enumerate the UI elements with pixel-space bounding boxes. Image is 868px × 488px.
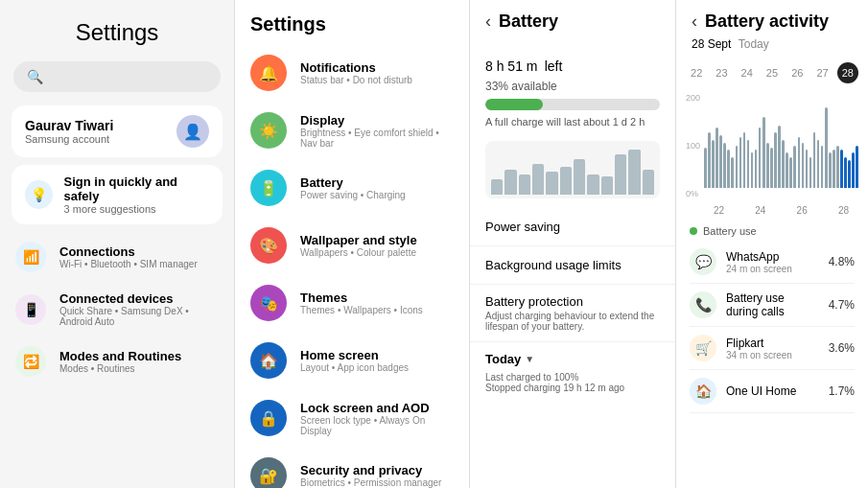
wallpaper-label: Wallpaper and style bbox=[300, 233, 417, 247]
y-label-200: 200 bbox=[686, 93, 700, 103]
search-bar[interactable]: 🔍 bbox=[13, 61, 221, 92]
x-label-22: 22 bbox=[714, 205, 724, 216]
date-27: 27 bbox=[811, 67, 833, 79]
act-bar bbox=[751, 152, 754, 188]
p2-item-themes[interactable]: 🎭 Themes Themes • Wallpapers • Icons bbox=[241, 275, 463, 331]
security-icon: 🔐 bbox=[250, 457, 287, 488]
battery-option-power-saving[interactable]: Power saving bbox=[470, 208, 675, 246]
act-bar bbox=[806, 150, 809, 188]
battery-protection-sub: Adjust charging behaviour to extend the … bbox=[485, 311, 660, 332]
battery-activity-header: ‹ Battery activity bbox=[676, 0, 868, 35]
themes-sub: Themes • Wallpapers • Icons bbox=[300, 305, 423, 315]
act-bar bbox=[770, 148, 773, 188]
act-bar bbox=[778, 126, 781, 188]
lockscreen-sub: Screen lock type • Always On Display bbox=[300, 415, 454, 436]
battery-today[interactable]: Today ▼ bbox=[470, 342, 675, 370]
settings-list: 📶 Connections Wi-Fi • Bluetooth • SIM ma… bbox=[0, 232, 234, 386]
act-bar bbox=[759, 128, 762, 188]
p2-item-homescreen[interactable]: 🏠 Home screen Layout • App icon badges bbox=[241, 333, 463, 388]
modes-icon: 🔁 bbox=[15, 346, 46, 377]
oneui-icon: 🏠 bbox=[690, 378, 716, 405]
connections-label: Connections bbox=[59, 244, 198, 259]
battery-menu-icon: 🔋 bbox=[250, 170, 287, 206]
flipkart-icon: 🛒 bbox=[690, 335, 716, 361]
notifications-sub: Status bar • Do not disturb bbox=[300, 75, 412, 85]
display-sub: Brightness • Eye comfort shield • Nav ba… bbox=[300, 128, 454, 149]
date-sub: Today bbox=[739, 37, 769, 51]
p2-item-battery[interactable]: 🔋 Battery Power saving • Charging bbox=[241, 160, 463, 216]
battery-options-list: Power saving Background usage limits Bat… bbox=[470, 204, 675, 405]
battery-today-arrow-icon: ▼ bbox=[525, 354, 534, 364]
settings-item-connected-devices[interactable]: 📱 Connected devices Quick Share • Samsun… bbox=[4, 282, 230, 337]
settings-item-modes[interactable]: 🔁 Modes and Routines Modes • Routines bbox=[4, 337, 230, 386]
battery-charged-info: Last charged to 100% Stopped charging 19… bbox=[470, 370, 675, 401]
date-26: 26 bbox=[786, 67, 808, 79]
act-bar bbox=[821, 146, 824, 188]
act-bar bbox=[829, 152, 832, 188]
connections-sub: Wi-Fi • Bluetooth • SIM manager bbox=[59, 259, 198, 269]
mini-bar bbox=[615, 154, 626, 195]
act-bar bbox=[755, 150, 758, 188]
p2-item-security[interactable]: 🔐 Security and privacy Biometrics • Perm… bbox=[241, 448, 463, 488]
suggestion-sub: 3 more suggestions bbox=[64, 203, 209, 215]
connected-devices-label: Connected devices bbox=[59, 291, 219, 306]
battery-percentage: 33% available bbox=[485, 80, 660, 93]
homescreen-icon: 🏠 bbox=[250, 342, 287, 379]
act-bar bbox=[793, 146, 796, 188]
p2-item-notifications[interactable]: 🔔 Notifications Status bar • Do not dist… bbox=[241, 45, 463, 101]
app-item-whatsapp[interactable]: 💬 WhatsApp 24 m on screen 4.8% bbox=[690, 241, 855, 284]
battery-today-text: Today bbox=[485, 352, 521, 366]
battery-activity-back-icon[interactable]: ‹ bbox=[692, 12, 697, 32]
act-bar bbox=[782, 140, 785, 188]
back-arrow-icon[interactable]: ‹ bbox=[485, 12, 491, 32]
battery-option-protection[interactable]: Battery protection Adjust charging behav… bbox=[470, 285, 675, 342]
p2-item-display[interactable]: ☀️ Display Brightness • Eye comfort shie… bbox=[241, 103, 463, 158]
act-bar bbox=[833, 150, 835, 188]
mini-bar bbox=[587, 174, 598, 195]
themes-label: Themes bbox=[300, 290, 423, 305]
act-bar bbox=[739, 137, 742, 188]
act-bar bbox=[786, 152, 788, 188]
battery-option-bg-usage[interactable]: Background usage limits bbox=[470, 246, 675, 285]
settings-item-connections[interactable]: 📶 Connections Wi-Fi • Bluetooth • SIM ma… bbox=[4, 232, 230, 282]
date-28-active[interactable]: 28 bbox=[837, 62, 858, 83]
connected-devices-icon: 📱 bbox=[15, 294, 46, 325]
app-item-oneui[interactable]: 🏠 One UI Home 1.7% bbox=[690, 370, 855, 413]
modes-sub: Modes • Routines bbox=[59, 363, 181, 374]
lockscreen-label: Lock screen and AOD bbox=[300, 401, 454, 415]
activity-chart: 200 100 0% 22 24 26 28 bbox=[676, 87, 868, 221]
act-bar bbox=[736, 146, 739, 188]
act-bar bbox=[747, 140, 750, 188]
homescreen-sub: Layout • App icon badges bbox=[300, 362, 409, 373]
flipkart-sub: 34 m on screen bbox=[726, 350, 819, 360]
act-bar bbox=[789, 157, 792, 188]
p2-item-lockscreen[interactable]: 🔒 Lock screen and AOD Screen lock type •… bbox=[241, 390, 463, 446]
act-bar bbox=[708, 132, 711, 188]
battery-activity-panel: ‹ Battery activity 28 Sept Today 22 23 2… bbox=[676, 0, 868, 488]
x-label-24: 24 bbox=[755, 205, 765, 216]
user-card[interactable]: Gaurav Tiwari Samsung account 👤 bbox=[12, 105, 223, 157]
y-label-0: 0% bbox=[686, 189, 700, 198]
flipkart-name: Flipkart bbox=[726, 337, 819, 350]
oneui-pct: 1.7% bbox=[829, 384, 855, 398]
mini-bar bbox=[628, 150, 640, 195]
suggestion-card[interactable]: 💡 Sign in quickly and safely 3 more sugg… bbox=[12, 165, 223, 224]
act-bar bbox=[743, 132, 746, 188]
battery-mini-chart bbox=[485, 141, 660, 198]
act-bar bbox=[774, 132, 777, 188]
themes-icon: 🎭 bbox=[250, 285, 287, 321]
settings-title: Settings bbox=[0, 0, 234, 56]
legend-dot-battery bbox=[690, 227, 697, 235]
app-item-calls[interactable]: 📞 Battery use during calls 4.7% bbox=[690, 284, 855, 327]
mini-bar bbox=[574, 159, 585, 194]
calls-pct: 4.7% bbox=[829, 298, 855, 312]
battery-time-value: 8 h 51 m bbox=[485, 58, 537, 74]
app-item-flipkart[interactable]: 🛒 Flipkart 34 m on screen 3.6% bbox=[690, 327, 855, 370]
mini-bar bbox=[601, 176, 613, 194]
battery-time-unit: left bbox=[545, 58, 563, 74]
p2-item-wallpaper[interactable]: 🎨 Wallpaper and style Wallpapers • Colou… bbox=[241, 218, 463, 273]
act-bar bbox=[836, 146, 839, 188]
act-bar bbox=[840, 150, 843, 188]
act-bar bbox=[844, 157, 847, 188]
flipkart-pct: 3.6% bbox=[829, 341, 855, 355]
